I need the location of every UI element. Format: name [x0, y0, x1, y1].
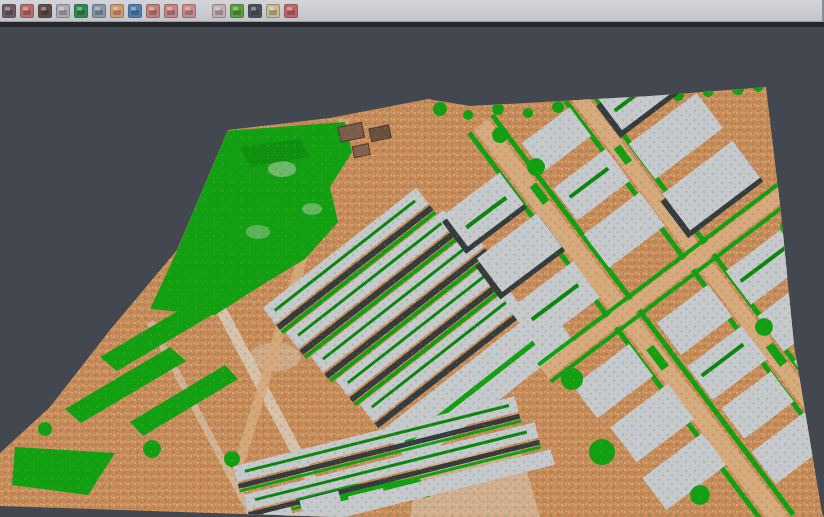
texture-swatch-icon[interactable] — [2, 4, 16, 18]
selection-bounds-icon[interactable] — [182, 4, 196, 18]
main-toolbar — [0, 0, 824, 21]
sparse-points-icon[interactable] — [56, 4, 70, 18]
annotation-map-icon[interactable] — [266, 4, 280, 18]
toolbar-group-separator — [200, 10, 208, 11]
globe-icon[interactable] — [128, 4, 142, 18]
classified-points-icon[interactable] — [20, 4, 34, 18]
gear-icon[interactable] — [248, 4, 262, 18]
viewport-3d[interactable] — [0, 27, 824, 517]
terrain-mound-icon[interactable] — [38, 4, 52, 18]
terrain-scene — [0, 27, 824, 517]
target-ring-icon[interactable] — [164, 4, 178, 18]
faded-grid-icon[interactable] — [212, 4, 226, 18]
striped-flag-icon[interactable] — [284, 4, 298, 18]
height-column-icon[interactable] — [92, 4, 106, 18]
red-list-icon[interactable] — [146, 4, 160, 18]
green-hill-icon[interactable] — [74, 4, 88, 18]
classification-map-icon[interactable] — [230, 4, 244, 18]
orthophoto-icon[interactable] — [110, 4, 124, 18]
